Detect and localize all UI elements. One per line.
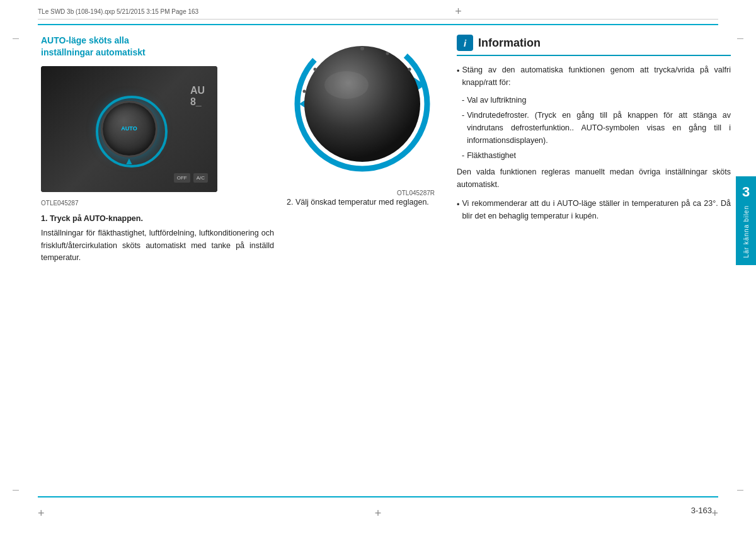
off-button: OFF — [174, 173, 190, 183]
knob-ring-svg — [293, 35, 432, 173]
bullet-1-marker: • — [457, 65, 459, 77]
left-column: AUTO-läge sköts alla inställningar autom… — [41, 35, 287, 493]
margin-right-top: — — [737, 35, 743, 42]
bottom-crosshair-right: + — [711, 507, 718, 520]
chapter-number: 3 — [742, 184, 750, 200]
sub2-text: Vindrutedefroster. (Tryck en gång till p… — [467, 109, 731, 147]
dash-1: - — [462, 94, 464, 106]
dash-item-3: - Fläkthastighet — [462, 149, 731, 162]
sub4-paragraph: Den valda funktionen regleras manuellt m… — [457, 166, 731, 191]
svg-point-4 — [324, 71, 369, 99]
top-crosshair-icon — [454, 6, 464, 16]
page-number: 3-163 — [691, 506, 712, 515]
left-image-label: OTLE045287 — [41, 200, 274, 207]
sidebar-label: Lär känna bilen — [743, 205, 750, 258]
svg-point-7 — [408, 68, 411, 71]
middle-column: OTL045287R 2. Välj önskad temperatur med… — [287, 35, 450, 493]
panel-simulation: AUTO ▲ AU8_ OFF A/C — [41, 66, 217, 192]
margin-left-bottom: — — [13, 486, 19, 493]
dash-2: - — [462, 109, 464, 122]
top-rule — [38, 24, 718, 25]
left-panel-image: AUTO ▲ AU8_ OFF A/C — [41, 66, 217, 192]
top-bar: TLe SWD 3b (108-194).qxp 5/21/2015 3:15 … — [38, 6, 718, 20]
bullet-item-1: • Stäng av den automatiska funktionen ge… — [457, 64, 731, 89]
step1-body: Inställningar för fläkthastighet, luftfö… — [41, 227, 274, 264]
svg-point-5 — [360, 47, 364, 50]
dash-item-1: - Val av luftriktning — [462, 94, 731, 106]
info-box: i Information • Stäng av den automatiska… — [457, 35, 731, 222]
section-title: AUTO-läge sköts alla inställningar autom… — [41, 35, 274, 59]
info-header: i Information — [457, 35, 731, 56]
bullet-2-text: Vi rekommenderar att du i AUTO-läge stäl… — [462, 197, 731, 222]
bottom-crosshair-center: + — [375, 507, 382, 520]
chapter-tab: 3 Lär känna bilen — [736, 176, 756, 265]
arrow-up-icon: ▲ — [124, 156, 134, 167]
bullet-item-2: • Vi rekommenderar att du i AUTO-läge st… — [457, 197, 731, 222]
svg-point-9 — [303, 90, 306, 93]
sub1-text: Val av luftriktning — [467, 94, 526, 106]
sub3-text: Fläkthastighet — [467, 149, 516, 162]
bottom-crosshair-left: + — [38, 507, 45, 520]
sub4-text: Den valda funktionen regleras manuellt m… — [457, 168, 731, 189]
auto-knob: AUTO ▲ — [101, 101, 158, 157]
bullet-1-text: Stäng av den automatiska funktionen geno… — [462, 64, 731, 89]
file-info: TLe SWD 3b (108-194).qxp 5/21/2015 3:15 … — [38, 8, 198, 15]
ac-button: A/C — [193, 173, 208, 183]
step2-text: 2. Välj önskad temperatur med reglagen. — [287, 196, 438, 208]
step1-heading: 1. Tryck på AUTO-knappen. — [41, 213, 274, 225]
auto-label: AUTO — [121, 125, 137, 132]
panel-buttons: OFF A/C — [174, 173, 208, 183]
bottom-rule — [38, 496, 718, 497]
main-content: AUTO-läge sköts alla inställningar autom… — [41, 35, 731, 493]
info-icon: i — [457, 35, 473, 51]
dash-3: - — [462, 149, 464, 162]
dash-item-2: - Vindrutedefroster. (Tryck en gång till… — [462, 109, 731, 147]
svg-point-6 — [386, 52, 389, 55]
right-column: i Information • Stäng av den automatiska… — [450, 35, 731, 493]
info-title: Information — [478, 37, 541, 50]
info-content: • Stäng av den automatiska funktionen ge… — [457, 64, 731, 222]
margin-left-top: — — [13, 35, 19, 42]
sub-items: - Val av luftriktning - Vindrutedefroste… — [462, 94, 731, 162]
margin-right-bottom: — — [737, 486, 743, 493]
svg-point-8 — [314, 68, 317, 71]
bullet-2-marker: • — [457, 198, 459, 211]
svg-point-3 — [304, 46, 420, 162]
panel-display: AU8_ — [190, 85, 205, 108]
knob-image-label: OTL045287R — [287, 190, 438, 196]
knob-image — [287, 35, 438, 186]
